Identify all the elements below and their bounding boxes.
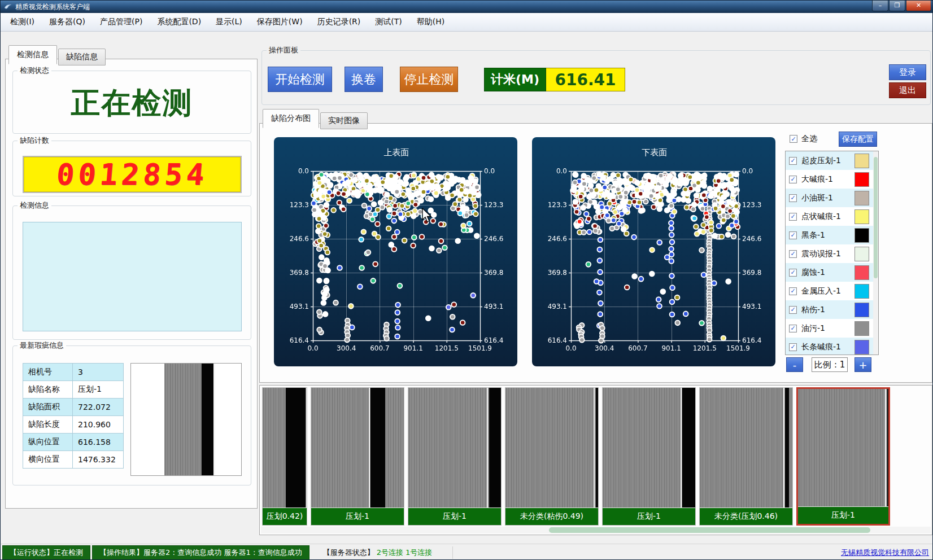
legend-item[interactable]: ✓油污-1	[786, 319, 878, 338]
menu-item[interactable]: 系统配置(D)	[150, 14, 208, 30]
thumbnail-caption: 未分类(压划0.46)	[700, 508, 792, 525]
thumbnail-black-band	[682, 388, 695, 508]
legend-item[interactable]: ✓起皮压划-1	[786, 151, 878, 170]
thumbnail-black-band	[785, 388, 789, 508]
legend-scrollbar-thumb[interactable]	[874, 157, 878, 278]
table-row: 缺陷长度210.960	[23, 416, 124, 434]
close-button[interactable]: ✕	[906, 1, 931, 11]
legend-checkbox[interactable]: ✓	[789, 231, 797, 239]
thumbnail-tile[interactable]: 压划-1	[602, 387, 696, 526]
legend-item[interactable]: ✓腐蚀-1	[786, 263, 878, 282]
thumbnail-tile[interactable]: 压划0.42)	[262, 387, 307, 526]
stop-detect-button[interactable]: 停止检测	[400, 67, 458, 92]
thumbnail-caption: 未分类(粘伤0.49)	[505, 508, 598, 525]
menu-item[interactable]: 测试(T)	[368, 14, 409, 30]
change-roll-button[interactable]: 换卷	[345, 67, 383, 92]
legend-label: 点状碱痕-1	[801, 212, 841, 222]
defect-count-group-title: 缺陷计数	[18, 136, 51, 145]
save-config-button[interactable]: 保存配置	[839, 132, 877, 147]
legend-checkbox[interactable]: ✓	[789, 157, 797, 165]
legend-item[interactable]: ✓点状碱痕-1	[786, 207, 878, 226]
legend-color-swatch	[854, 340, 869, 355]
thumbnail-texture	[700, 388, 792, 508]
window-title: 精质视觉检测系统客户端	[15, 2, 90, 12]
app-icon	[4, 3, 12, 11]
menu-item[interactable]: 帮助(H)	[409, 14, 452, 30]
detect-info-box[interactable]	[23, 222, 242, 331]
scale-plus-button[interactable]: +	[854, 357, 871, 372]
defect-preview-image[interactable]	[130, 363, 242, 476]
thumbnails-scrollbar-thumb[interactable]	[549, 527, 870, 533]
legend-checkbox[interactable]: ✓	[789, 325, 797, 333]
tab-defect-info[interactable]: 缺陷信息	[58, 49, 106, 65]
defect-count-value: 0012854	[55, 158, 209, 191]
logout-button[interactable]: 退出	[889, 82, 926, 98]
left-tabstrip: 检测信息 缺陷信息	[8, 45, 107, 64]
lower-surface-chart[interactable]	[532, 137, 775, 366]
tab-defect-distribution[interactable]: 缺陷分布图	[263, 109, 319, 128]
legend-item[interactable]: ✓长条碱痕-1	[786, 338, 878, 355]
legend-checkbox[interactable]: ✓	[789, 343, 797, 351]
tab-realtime-image[interactable]: 实时图像	[320, 112, 368, 129]
table-label: 缺陷名称	[23, 381, 73, 399]
menu-item[interactable]: 检测(I)	[3, 14, 42, 30]
thumbnail-texture	[798, 389, 888, 506]
thumbnail-tile[interactable]: 压划-1	[408, 387, 502, 526]
legend-checkbox[interactable]: ✓	[789, 287, 797, 295]
meter-value: 616.41	[546, 68, 625, 91]
company-link[interactable]: 无锡精质视觉科技有限公司	[841, 548, 929, 558]
scale-value-box[interactable]: 比例：1	[812, 357, 848, 372]
legend-checkbox[interactable]: ✓	[789, 194, 797, 202]
latest-defect-group-title: 最新瑕疵信息	[18, 341, 66, 350]
legend-label: 大碱痕-1	[801, 174, 833, 185]
legend-label: 黑条-1	[801, 230, 825, 240]
thumbnail-black-band	[286, 388, 306, 508]
menu-item[interactable]: 历史记录(R)	[310, 14, 368, 30]
login-button[interactable]: 登录	[889, 64, 926, 80]
start-detect-button[interactable]: 开始检测	[268, 67, 332, 92]
legend-scrollbar[interactable]	[873, 151, 878, 355]
thumbnail-tile[interactable]: 未分类(粘伤0.49)	[505, 387, 599, 526]
legend-checkbox[interactable]: ✓	[789, 269, 797, 277]
table-value: 616.158	[73, 434, 124, 451]
thumbnail-tile[interactable]: 压划-1	[796, 387, 890, 526]
menu-item[interactable]: 显示(L)	[208, 14, 250, 30]
legend-item[interactable]: ✓小油斑-1	[786, 189, 878, 207]
select-all-checkbox[interactable]: ✓	[790, 135, 797, 143]
menu-item[interactable]: 保存图片(W)	[250, 14, 310, 30]
menu-item[interactable]: 服务器(Q)	[42, 14, 93, 30]
legend-color-swatch	[854, 209, 869, 224]
latest-defect-group: 最新瑕疵信息 相机号3缺陷名称压划-1缺陷面积722.072缺陷长度210.96…	[12, 345, 251, 485]
select-all-row: ✓ 全选	[790, 134, 817, 144]
thumbnail-tile[interactable]: 压划-1	[311, 387, 404, 526]
scatter-chart-upper-surface[interactable]	[274, 137, 517, 366]
scatter-chart-lower-surface[interactable]	[532, 137, 775, 366]
thumbnail-image	[263, 388, 307, 508]
detect-status-group: 检测状态 正在检测	[12, 71, 251, 134]
thumbnail-white-line	[306, 388, 307, 508]
thumbnail-white-line	[487, 388, 488, 508]
thumbnails-panel: 压划0.42)压划-1压划-1未分类(粘伤0.49)压划-1未分类(压划0.46…	[259, 385, 932, 535]
legend-item[interactable]: ✓大碱痕-1	[786, 170, 878, 189]
legend-item[interactable]: ✓粘伤-1	[786, 300, 878, 319]
menu-item[interactable]: 产品管理(P)	[93, 14, 150, 30]
mouse-cursor	[422, 208, 434, 226]
legend-checkbox[interactable]: ✓	[789, 250, 797, 258]
legend-checkbox[interactable]: ✓	[789, 306, 797, 314]
detect-info-group-title: 检测信息	[18, 201, 51, 210]
legend-item[interactable]: ✓震动误报-1	[786, 244, 878, 263]
legend-checkbox[interactable]: ✓	[789, 176, 797, 183]
legend-item[interactable]: ✓黑条-1	[786, 226, 878, 244]
restore-button[interactable]: ❐	[889, 1, 905, 11]
thumbnail-caption: 压划-1	[603, 508, 695, 525]
thumbnail-tile[interactable]: 未分类(压划0.46)	[699, 387, 793, 526]
legend-item[interactable]: ✓金属压入-1	[786, 282, 878, 300]
tab-detect-info[interactable]: 检测信息	[8, 45, 57, 64]
thumbnails-scrollbar[interactable]	[261, 527, 931, 533]
scale-minus-button[interactable]: -	[786, 357, 803, 372]
minimize-button[interactable]: –	[872, 1, 888, 11]
upper-surface-chart[interactable]	[274, 137, 517, 366]
thumbnail-image	[798, 389, 888, 506]
legend-checkbox[interactable]: ✓	[789, 213, 797, 221]
table-label: 横向位置	[23, 451, 73, 469]
